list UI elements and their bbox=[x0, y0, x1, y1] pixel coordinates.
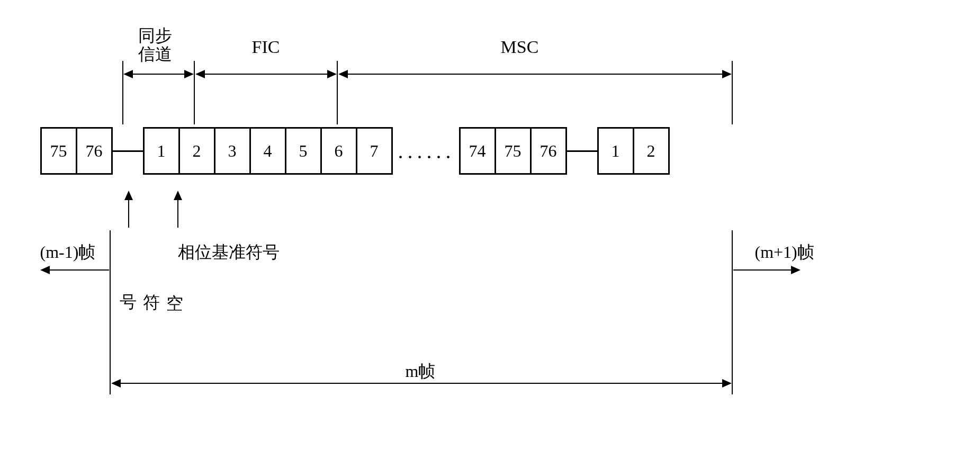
frame-tick-right bbox=[732, 230, 733, 394]
msc-dim-line bbox=[345, 74, 726, 75]
box-6: 6 bbox=[320, 127, 357, 175]
box-2: 2 bbox=[178, 127, 215, 175]
phase-ref-text: 相位基准符号 bbox=[178, 241, 280, 264]
msc-tick-right bbox=[732, 61, 733, 124]
sync-line2: 信道 bbox=[138, 44, 172, 64]
fic-tick-right bbox=[337, 61, 338, 124]
box-1: 1 bbox=[143, 127, 180, 175]
fic-label: FIC bbox=[252, 37, 280, 57]
frame-structure-diagram: 同步 信道 FIC MSC 75 76 1 2 3 4 bbox=[40, 21, 940, 418]
box-74: 74 bbox=[459, 127, 496, 175]
prev-frame-label: (m-1)帧 bbox=[40, 241, 96, 264]
next-frame-label: (m+1)帧 bbox=[755, 241, 814, 264]
null-gap-2 bbox=[567, 150, 599, 152]
box-5: 5 bbox=[285, 127, 322, 175]
fic-arrow-right bbox=[327, 70, 337, 78]
top-labels: 同步 信道 FIC MSC bbox=[40, 21, 940, 90]
box-76: 76 bbox=[530, 127, 567, 175]
box-75: 75 bbox=[495, 127, 532, 175]
box-4: 4 bbox=[249, 127, 286, 175]
prev-box-76: 76 bbox=[76, 127, 113, 175]
msc-arrow-right bbox=[722, 70, 732, 78]
m-frame-arrow-right bbox=[722, 379, 732, 388]
prev-frame-line bbox=[48, 269, 109, 271]
box-3: 3 bbox=[214, 127, 251, 175]
msc-label: MSC bbox=[501, 37, 539, 57]
symbol-boxes-row: 75 76 1 2 3 4 5 6 7 ...... 74 75 76 1 2 bbox=[40, 127, 670, 175]
frame-tick-left bbox=[110, 230, 111, 394]
sync-arrow-right bbox=[184, 70, 194, 78]
box-7: 7 bbox=[356, 127, 393, 175]
next-box-2: 2 bbox=[633, 127, 670, 175]
null-gap-1 bbox=[113, 150, 145, 152]
sync-line1: 同步 bbox=[138, 26, 172, 45]
prev-box-75: 75 bbox=[40, 127, 77, 175]
sync-channel-label: 同步 信道 bbox=[138, 26, 172, 64]
null-symbol-line bbox=[128, 199, 129, 228]
next-frame-line bbox=[733, 269, 794, 271]
phase-ref-line bbox=[177, 199, 178, 228]
fic-dim-line bbox=[202, 74, 331, 75]
next-frame-arrow bbox=[791, 266, 801, 274]
null-symbol-text: 空符号 bbox=[117, 281, 187, 283]
sync-tick-right bbox=[194, 61, 195, 124]
next-box-1: 1 bbox=[597, 127, 634, 175]
ellipsis: ...... bbox=[393, 139, 461, 164]
sync-dim-line bbox=[130, 74, 188, 75]
m-frame-label: m帧 bbox=[406, 360, 436, 383]
